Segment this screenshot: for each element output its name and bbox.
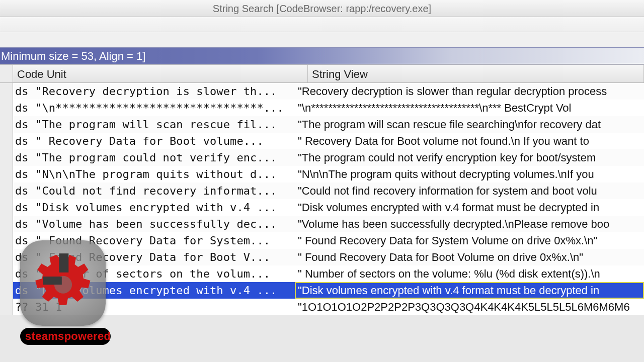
table-row[interactable]: ds "Disk volumes encrypted with v.4 ..."…	[0, 282, 644, 299]
code-unit-cell: ds "N\n\nThe program quits without d...	[13, 166, 295, 183]
string-view-cell: " Found Recovery Data for Boot Volume on…	[295, 249, 644, 265]
row-handle	[0, 133, 13, 149]
column-header-string-view[interactable]: String View	[308, 65, 644, 82]
table-row[interactable]: ds "Could not find recovery informat..."…	[0, 183, 644, 199]
row-handle	[0, 116, 13, 133]
string-view-cell: "Could not find recovery information for…	[295, 183, 644, 199]
code-unit-cell: ds " Found Recovery Data for Boot V...	[13, 249, 295, 265]
row-handle	[0, 149, 13, 166]
string-view-cell: "Disk volumes encrypted with v.4 format …	[295, 282, 644, 299]
search-parameters-bar: Minimum size = 53, Align = 1]	[0, 47, 644, 64]
table-row[interactable]: ds "The program could not verify enc..."…	[0, 149, 644, 166]
table-row[interactable]: ds " Recovery Data for Boot volume..." R…	[0, 133, 644, 149]
window-title: String Search [CodeBrowser: rapp:/recove…	[0, 0, 644, 17]
string-view-cell: "The program will scan rescue file searc…	[295, 116, 644, 133]
row-handle	[0, 299, 13, 315]
row-handle	[0, 166, 13, 183]
table-header: Code Unit String View	[0, 65, 644, 83]
table-row[interactable]: ds " Found Recovery Data for System..." …	[0, 232, 644, 249]
code-unit-cell: ds "Disk volumes encrypted with v.4 ...	[13, 199, 295, 216]
row-handle	[0, 265, 13, 282]
table-row[interactable]: ds "N\n\nThe program quits without d..."…	[0, 166, 644, 183]
row-handle	[0, 216, 13, 232]
string-view-cell: "Recovery decryption is slower than regu…	[295, 83, 644, 100]
table-row[interactable]: ?? 31 1"1O1O1O1O2P2P2P2P3Q3Q3Q3Q4K4K4K4K…	[0, 299, 644, 315]
string-view-cell: "\n*************************************…	[295, 100, 644, 116]
string-view-cell: "1O1O1O1O2P2P2P2P3Q3Q3Q3Q4K4K4K4K5L5L5L5…	[295, 299, 644, 315]
table-row[interactable]: ds "Disk volumes encrypted with v.4 ..."…	[0, 199, 644, 216]
string-view-cell: " Recovery Data for Boot volume not foun…	[295, 133, 644, 149]
row-handle	[0, 282, 13, 299]
code-unit-cell: ds " Found Recovery Data for System...	[13, 232, 295, 249]
string-view-cell: " Found Recovery Data for System Volume …	[295, 232, 644, 249]
code-unit-cell: ds "Disk volumes encrypted with v.4 ...	[13, 282, 295, 299]
table-row[interactable]: ds "Recovery decryption is slower th..."…	[0, 83, 644, 100]
code-unit-cell: ds "The program will scan rescue fil...	[13, 116, 295, 133]
row-handle-header	[0, 65, 13, 82]
row-handle	[0, 249, 13, 265]
code-unit-cell: ds "Could not find recovery informat...	[13, 183, 295, 199]
row-handle	[0, 183, 13, 199]
table-row[interactable]: ds " Number of sectors on the volum..." …	[0, 265, 644, 282]
code-unit-cell: ds "Recovery decryption is slower th...	[13, 83, 295, 100]
toolbar-spacer	[0, 17, 644, 32]
string-view-cell: " Number of sectors on the volume: %lu (…	[295, 265, 644, 282]
code-unit-cell: ?? 31 1	[13, 299, 295, 315]
row-handle	[0, 100, 13, 116]
row-handle	[0, 199, 13, 216]
row-handle	[0, 83, 13, 100]
code-unit-cell: ds "\n*******************************...	[13, 100, 295, 116]
code-unit-cell: ds " Recovery Data for Boot volume...	[13, 133, 295, 149]
string-view-cell: "Disk volumes encrypted with v.4 format …	[295, 199, 644, 216]
code-unit-cell: ds " Number of sectors on the volum...	[13, 265, 295, 282]
row-handle	[0, 232, 13, 249]
string-view-cell: "The program could not verify encryption…	[295, 149, 644, 166]
table-row[interactable]: ds "\n*******************************...…	[0, 100, 644, 116]
watermark-label: steamspowered	[20, 328, 111, 345]
code-unit-cell: ds "Volume has been successfully dec...	[13, 216, 295, 232]
table-row[interactable]: ds "Volume has been successfully dec..."…	[0, 216, 644, 232]
table-row[interactable]: ds " Found Recovery Data for Boot V..." …	[0, 249, 644, 265]
column-header-code-unit[interactable]: Code Unit	[13, 65, 308, 82]
table-row[interactable]: ds "The program will scan rescue fil..."…	[0, 116, 644, 133]
string-view-cell: "N\n\nThe program quits without decrypti…	[295, 166, 644, 183]
secondary-spacer	[0, 32, 644, 47]
code-unit-cell: ds "The program could not verify enc...	[13, 149, 295, 166]
results-table: Code Unit String View ds "Recovery decry…	[0, 64, 644, 315]
string-view-cell: "Volume has been successfully decrypted.…	[295, 216, 644, 232]
table-body: ds "Recovery decryption is slower th..."…	[0, 83, 644, 315]
